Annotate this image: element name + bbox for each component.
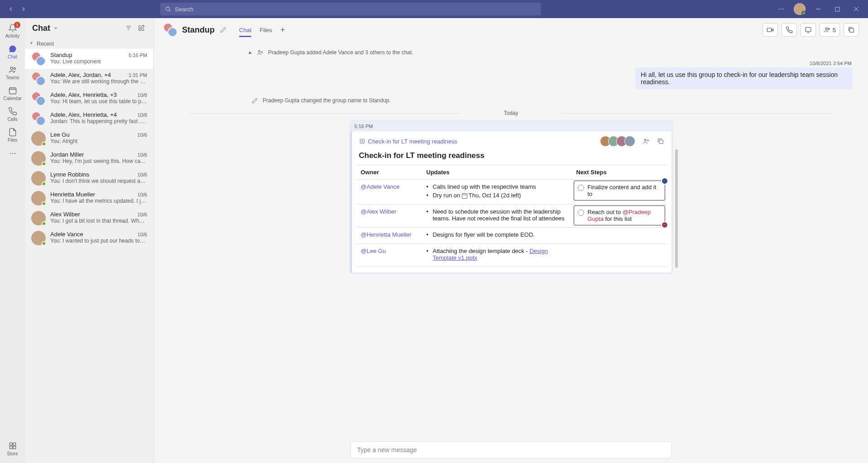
recent-section[interactable]: Recent [25,38,153,49]
component-copy-button[interactable] [657,138,664,145]
chat-list-item[interactable]: Lynne Robbins10/6You: I don't think we s… [25,168,153,188]
rail-teams[interactable]: Teams [0,62,25,82]
chat-list-item[interactable]: Lee Gu10/6You: Alright [25,129,153,148]
avatar [31,231,46,245]
update-item[interactable]: Calls lined up with the respective teams [427,183,567,190]
compose-input[interactable]: Type a new message [350,441,672,458]
svg-rect-35 [360,139,364,143]
rail-chat[interactable]: Chat [0,42,25,62]
close-button[interactable] [850,3,863,15]
new-chat-button[interactable] [136,23,146,33]
filter-button[interactable] [124,23,134,33]
chat-item-time: 10/6 [138,132,147,138]
screen-share-button[interactable] [801,23,816,37]
svg-point-36 [361,140,363,142]
mention[interactable]: @Alex Wilber [361,208,397,215]
svg-rect-21 [13,446,15,449]
chat-list-item[interactable]: Jordan Miller10/6You: Hey, I'm just seei… [25,148,153,168]
edit-name-button[interactable] [220,27,226,33]
component-scrollbar[interactable] [675,149,678,268]
file-link[interactable]: Design Template v1.pptx [433,248,548,261]
update-item[interactable]: Dry run on Thu, Oct 14 (2d left) [427,192,567,199]
person-add-icon [256,49,264,56]
svg-rect-25 [767,28,771,32]
popout-button[interactable] [844,23,859,37]
mention[interactable]: @Adele Vance [361,183,400,190]
chat-item-time: 1:31 PM [129,72,147,78]
add-tab-button[interactable]: + [280,25,285,35]
participants-button[interactable]: 5 [820,23,840,37]
update-item[interactable]: Need to schedule the session with the le… [427,208,567,222]
mention[interactable]: @Pradeep Gupta [588,209,651,222]
search-input[interactable]: Search [160,3,541,15]
minimize-button[interactable] [812,3,825,15]
chat-item-preview: You: I wanted to just put our heads toge… [50,238,147,244]
chevron-right-icon: ▸ [249,49,252,56]
avatar [31,171,46,186]
rail-more[interactable] [0,146,25,161]
chat-list-item[interactable]: Standup5:16 PMYou: Live component [25,49,153,69]
group-avatar-icon [31,91,46,106]
chat-list-item[interactable]: Adele, Alex, Jordan, +41:31 PMYou: We ar… [25,69,153,89]
rail-files[interactable]: Files [0,125,25,145]
chat-item-name: Adele, Alex, Henrietta, +4 [50,111,117,118]
tab-chat[interactable]: Chat [239,20,251,40]
rail-store[interactable]: Store [0,439,25,458]
chat-list-item[interactable]: Adele Vance10/6You: I wanted to just put… [25,228,153,248]
chat-list-item[interactable]: Alex Wilber10/6You: I got a bit lost in … [25,208,153,228]
checklist-item[interactable]: Reach out to @Pradeep Gupta for this lis… [578,209,661,222]
chat-item-preview: You: I don't think we should request age… [50,178,147,184]
rail-files-label: Files [8,138,17,143]
rail-activity[interactable]: 1 Activity [0,21,25,41]
chat-list-title[interactable]: Chat [32,24,58,33]
table-row[interactable]: @Alex WilberNeed to schedule the session… [356,205,667,228]
avatar [31,151,46,166]
rail-calls[interactable]: Calls [0,104,25,124]
chat-item-time: 10/6 [138,172,147,177]
maximize-button[interactable] [831,3,844,15]
title-bar: Search [0,0,868,18]
more-options-button[interactable] [775,3,787,15]
svg-point-2 [778,9,779,10]
chat-list-item[interactable]: Adele, Alex, Henrietta, +310/8You: Hi te… [25,89,153,109]
message-bubble[interactable]: Hi all, let us use this group to check-i… [635,67,853,89]
group-avatar-icon [31,111,46,126]
current-user-avatar[interactable] [794,3,806,15]
table-row[interactable]: @Adele VanceCalls lined up with the resp… [356,180,667,205]
group-avatar-icon [31,52,46,66]
table-row[interactable]: @Lee GuAttaching the design template dec… [356,244,667,267]
svg-rect-27 [806,28,811,32]
svg-point-0 [166,7,169,10]
svg-point-30 [828,28,829,29]
chat-item-name: Alex Wilber [50,211,80,218]
checkbox-icon[interactable] [578,185,584,191]
table-row[interactable]: @Henrietta MuellerDesigns for flyer will… [356,228,667,244]
live-component-card[interactable]: Check-in for LT meeting readiness Check-… [350,131,672,273]
rail-calendar[interactable]: Calendar [0,83,25,103]
update-item[interactable]: Designs for flyer will be complete EOD. [427,231,567,238]
checklist-item[interactable]: Finalize content and add it to [578,184,661,197]
component-people-button[interactable] [643,138,650,145]
chat-list-item[interactable]: Adele, Alex, Henrietta, +410/8Jordan: Th… [25,109,153,129]
mention[interactable]: @Henrietta Mueller [361,231,412,238]
group-avatar-icon [31,72,46,86]
forward-button[interactable] [18,4,29,14]
chat-item-time: 10/6 [138,232,147,237]
component-link[interactable]: Check-in for LT meeting readiness [359,138,458,145]
pencil-icon [252,97,258,104]
mention[interactable]: @Lee Gu [361,248,386,254]
update-item[interactable]: Attaching the design template deck - Des… [427,248,567,261]
date-separator: Today [154,110,868,116]
chat-list-item[interactable]: Henrietta Mueller10/6You: I have all the… [25,188,153,208]
editor-avatar [624,136,635,147]
back-button[interactable] [5,4,16,14]
chat-item-preview: You: I got a bit lost in that thread. Wh… [50,218,147,224]
tab-files[interactable]: Files [259,20,272,40]
video-call-button[interactable] [762,23,778,37]
svg-point-10 [14,67,15,69]
checkbox-icon[interactable] [578,210,584,216]
component-table[interactable]: Owner Updates Next Steps @Adele VanceCal… [356,165,667,267]
audio-call-button[interactable] [782,23,797,37]
component-title[interactable]: Check-in for LT meeting readiness [352,149,671,165]
chat-item-time: 10/6 [138,152,147,158]
